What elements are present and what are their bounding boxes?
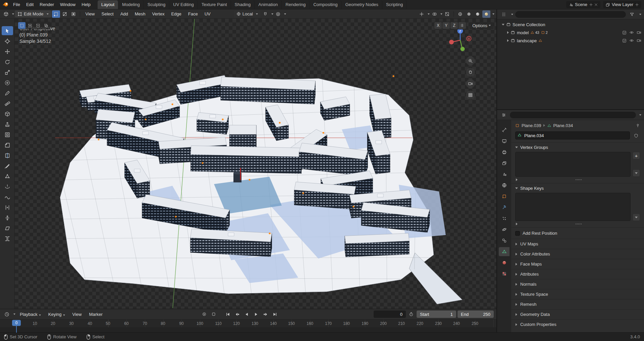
gizmo-x-neg-axis[interactable]	[449, 40, 454, 45]
current-frame-field[interactable]	[374, 310, 406, 318]
snap-symmetry-button[interactable]	[459, 22, 466, 29]
view-layer-selector[interactable]: View Layer	[603, 1, 641, 8]
tab-texture[interactable]	[499, 269, 509, 278]
workspace-tab-texture-paint[interactable]: Texture Paint	[198, 0, 231, 9]
tab-constraints[interactable]	[499, 236, 509, 245]
tool-knife[interactable]	[2, 161, 13, 170]
tool-spin[interactable]	[2, 182, 13, 191]
tab-world[interactable]	[499, 181, 509, 190]
breadcrumb-object[interactable]: Plane.039	[522, 123, 541, 128]
tool-rip-region[interactable]	[2, 234, 13, 243]
menu-vertex[interactable]: Vertex	[149, 10, 168, 18]
menu-playback[interactable]: Playback	[17, 310, 44, 318]
vertex-groups-list[interactable]	[515, 152, 631, 177]
camera-view-button[interactable]	[466, 79, 475, 88]
panel-geometry-data[interactable]: Geometry Data	[511, 309, 644, 319]
tool-shear[interactable]	[2, 224, 13, 233]
tab-tool[interactable]	[499, 125, 509, 134]
panel-remesh[interactable]: Remesh	[511, 299, 644, 309]
outliner-filter-button[interactable]	[628, 11, 636, 18]
menu-edit[interactable]: Edit	[23, 1, 37, 8]
vertex-groups-panel-header[interactable]: Vertex Groups	[515, 145, 640, 150]
menu-edge[interactable]: Edge	[168, 10, 184, 18]
mirror-z-button[interactable]: Z	[450, 22, 458, 29]
workspace-tab-uv-editing[interactable]: UV Editing	[169, 0, 198, 9]
frame-start-field[interactable]: Start 1	[417, 310, 456, 318]
hide-eye-icon[interactable]	[629, 38, 634, 43]
select-mode-edge-button[interactable]	[61, 10, 69, 18]
select-mode-vertex-button[interactable]	[52, 10, 60, 18]
menu-add[interactable]: Add	[117, 10, 131, 18]
properties-editor-type-button[interactable]	[500, 111, 508, 119]
tab-object-data[interactable]	[499, 247, 509, 256]
list-resize-grip[interactable]	[518, 179, 639, 180]
menu-keying[interactable]: Keying	[45, 310, 68, 318]
transform-orientation-dropdown[interactable]: Local	[234, 10, 261, 17]
add-rest-position-row[interactable]: Add Rest Position	[511, 227, 644, 239]
shape-keys-panel-header[interactable]: Shape Keys	[515, 186, 640, 191]
auto-keying-button[interactable]	[200, 310, 208, 318]
timeline-editor-dropdown-icon[interactable]	[13, 314, 15, 315]
menu-face[interactable]: Face	[185, 10, 201, 18]
gizmo-dropdown-icon[interactable]	[428, 13, 430, 15]
shading-material-button[interactable]	[474, 10, 482, 18]
menu-help[interactable]: Help	[78, 1, 94, 8]
shape-key-specials-button[interactable]	[633, 214, 640, 221]
tool-rotate[interactable]	[2, 57, 13, 66]
frame-end-field[interactable]: End 250	[458, 310, 494, 318]
tool-poly-build[interactable]	[2, 172, 13, 181]
proportional-dropdown-icon[interactable]	[284, 13, 286, 15]
tab-view-layer[interactable]	[499, 159, 509, 168]
zoom-button[interactable]	[466, 56, 475, 65]
scene-selector[interactable]: Scene	[566, 1, 600, 8]
properties-search-input[interactable]	[510, 112, 636, 118]
properties-filter-dropdown-icon[interactable]	[639, 114, 641, 116]
shading-rendered-button[interactable]	[482, 10, 490, 18]
tool-move[interactable]	[2, 47, 13, 56]
hide-eye-icon[interactable]	[629, 30, 634, 35]
tool-add-cube[interactable]	[2, 109, 13, 118]
timeline-ruler[interactable]: 0 10 20 30 40 50 60 70 80 90 100 110 120…	[0, 319, 496, 327]
show-gizmo-button[interactable]	[418, 10, 426, 18]
snap-dropdown-icon[interactable]	[271, 13, 273, 15]
tab-output[interactable]	[499, 148, 509, 157]
select-intersect-button[interactable]	[42, 22, 50, 29]
keying-set-button[interactable]	[210, 310, 218, 318]
selectable-checkbox-icon[interactable]	[622, 39, 627, 43]
pin-button[interactable]	[636, 123, 640, 128]
tab-render[interactable]	[499, 136, 509, 146]
play-reverse-button[interactable]	[243, 310, 251, 318]
tool-scale[interactable]	[2, 68, 13, 77]
menu-render[interactable]: Render	[37, 1, 57, 8]
tab-scene[interactable]	[499, 170, 509, 179]
workspace-tab-rendering[interactable]: Rendering	[282, 0, 310, 9]
workspace-tab-layout[interactable]: Layout	[98, 0, 118, 9]
select-subtract-button[interactable]	[34, 22, 42, 29]
panel-face-maps[interactable]: Face Maps	[511, 259, 644, 269]
fake-user-button[interactable]	[632, 132, 640, 139]
mirror-y-button[interactable]: Y	[442, 22, 450, 29]
editor-type-dropdown-icon[interactable]	[12, 13, 14, 15]
outliner-search-input[interactable]	[515, 11, 626, 18]
outliner-editor-type-button[interactable]	[500, 11, 508, 18]
workspace-tab-modeling[interactable]: Modeling	[118, 0, 144, 9]
datablock-name-input[interactable]	[515, 131, 630, 139]
tool-shrink-fatten[interactable]	[2, 213, 13, 222]
tool-select-box[interactable]	[2, 26, 13, 35]
menu-view[interactable]: View	[83, 10, 98, 18]
view-layer-actions[interactable]	[635, 3, 639, 7]
tool-transform[interactable]	[2, 78, 13, 87]
jump-to-end-button[interactable]	[271, 310, 279, 318]
prev-keyframe-button[interactable]	[233, 310, 241, 318]
proportional-editing-button[interactable]	[274, 10, 282, 18]
navigation-gizmo[interactable]: Z X	[447, 27, 473, 53]
workspace-tab-sculpting[interactable]: Sculpting	[144, 0, 169, 9]
gizmo-y-neg-axis[interactable]	[461, 47, 465, 51]
panel-color-attributes[interactable]: Color Attributes	[511, 249, 644, 259]
menu-marker[interactable]: Marker	[86, 310, 105, 318]
panel-attributes[interactable]: Attributes	[511, 269, 644, 279]
workspace-tab-compositing[interactable]: Compositing	[310, 0, 341, 9]
outliner-row-model[interactable]: model 43 2	[497, 29, 644, 37]
tool-bevel[interactable]	[2, 140, 13, 150]
show-overlays-button[interactable]	[430, 10, 438, 18]
